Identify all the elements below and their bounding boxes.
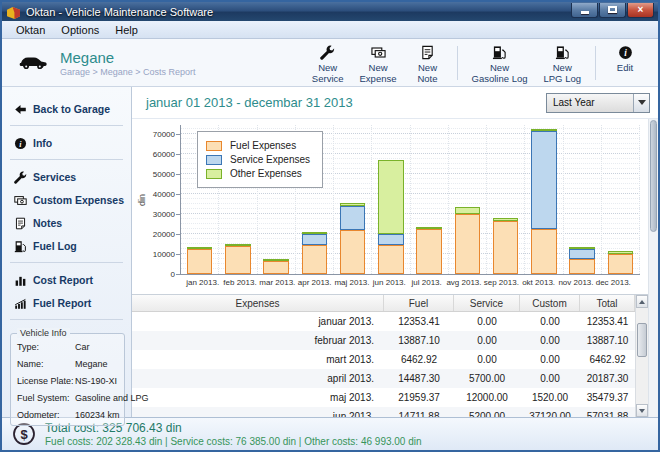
sidebar-item-back-to-garage[interactable]: Back to Garage	[2, 97, 131, 120]
row-month-label: mart 2013.	[132, 354, 384, 365]
toolbar-new-expense-button[interactable]: NewExpense	[352, 44, 405, 86]
column-header-expenses[interactable]: Expenses	[132, 295, 384, 311]
vehicle-info-row: Name:Megane	[17, 355, 118, 372]
cell-value: 20187.30	[580, 373, 635, 384]
stacked-bar-feb-2013[interactable]	[225, 244, 250, 274]
bar-segment-fuel-expenses	[263, 261, 288, 274]
scroll-up-button[interactable]	[636, 295, 648, 308]
sidebar-item-label: Fuel Log	[33, 240, 77, 252]
minimize-button[interactable]	[571, 3, 598, 18]
stacked-bar-avg-2013[interactable]	[455, 207, 480, 274]
menu-help[interactable]: Help	[107, 23, 146, 37]
content-column: din010000200003000040000500006000070000F…	[132, 119, 648, 417]
chart-inner: din010000200003000040000500006000070000F…	[136, 125, 640, 275]
toolbar-new-note-button[interactable]: NewNote	[405, 44, 451, 86]
category-slot	[334, 125, 372, 274]
row-month-label: februar 2013.	[132, 335, 384, 346]
legend-entry: Fuel Expenses	[206, 140, 310, 151]
stacked-bar-apr-2013[interactable]	[302, 232, 327, 274]
stacked-bar-jan-2013[interactable]	[187, 247, 212, 274]
table-row[interactable]: februar 2013.13887.100.000.0013887.10	[132, 331, 635, 350]
x-tick-label: jun 2013.	[371, 278, 408, 287]
stacked-bar-nov-2013[interactable]	[569, 247, 594, 274]
cell-value: 6462.92	[384, 354, 454, 365]
combo-dropdown-button[interactable]	[633, 94, 649, 112]
report-subheader: januar 01 2013 - decembar 31 2013 Last Y…	[132, 87, 658, 119]
category-slot	[372, 125, 410, 274]
main-scrollbar[interactable]	[648, 119, 658, 417]
table-row[interactable]: maj 2013.21959.3712000.001520.0035479.37	[132, 388, 635, 407]
legend-entry: Other Expenses	[206, 168, 310, 179]
main-scrollbar-thumb[interactable]	[650, 120, 657, 232]
period-select[interactable]: Last Year	[546, 93, 650, 113]
legend-label: Service Expenses	[230, 154, 310, 165]
maximize-icon	[608, 6, 617, 13]
vehicle-info-label: License Plate:	[17, 376, 75, 386]
cell-value: 5700.00	[454, 373, 520, 384]
table-row[interactable]: april 2013.14487.305700.000.0020187.30	[132, 369, 635, 388]
scroll-down-button[interactable]	[636, 404, 648, 417]
bar-segment-fuel-expenses	[340, 230, 365, 274]
table-row[interactable]: jun 2013.14711.885200.0037120.0057031.88	[132, 407, 635, 417]
sidebar-separator	[10, 125, 123, 126]
stacked-bar-maj-2013[interactable]	[340, 203, 365, 274]
table-scrollbar[interactable]	[635, 295, 648, 417]
main-lower: din010000200003000040000500006000070000F…	[132, 119, 658, 417]
x-axis-labels: jan 2013.feb 2013.mar 2013.apr 2013.maj …	[184, 278, 632, 287]
legend-swatch	[206, 141, 222, 151]
stacked-bar-mar-2013[interactable]	[263, 259, 288, 274]
menu-oktan[interactable]: Oktan	[8, 23, 53, 37]
bar-segment-fuel-expenses	[225, 246, 250, 274]
sidebar-item-notes[interactable]: Notes	[2, 211, 131, 234]
stacked-bar-jul-2013[interactable]	[416, 227, 441, 274]
y-tick-label: 0	[171, 270, 175, 279]
table-row[interactable]: mart 2013.6462.920.000.006462.92	[132, 350, 635, 369]
column-header-custom[interactable]: Custom	[520, 295, 580, 311]
menu-options[interactable]: Options	[53, 23, 107, 37]
sidebar-nav: Back to GarageiInfoServicesCustom Expens…	[2, 97, 131, 325]
close-button[interactable]: ×	[627, 3, 654, 18]
toolbar-edit-button[interactable]: iEdit	[602, 44, 648, 74]
breadcrumb[interactable]: Garage > Megane > Costs Report	[60, 67, 304, 77]
stacked-bar-dec-2013[interactable]	[608, 251, 633, 274]
sidebar-item-label: Services	[33, 171, 76, 183]
column-header-fuel[interactable]: Fuel	[384, 295, 454, 311]
fuel-pump-icon	[14, 239, 27, 252]
x-tick-label: jan 2013.	[184, 278, 221, 287]
toolbar-button-label: NewService	[312, 62, 344, 85]
sidebar-item-fuel-log[interactable]: Fuel Log	[2, 234, 131, 257]
legend-entry: Service Expenses	[206, 154, 310, 165]
stacked-bar-sep-2013[interactable]	[493, 218, 518, 274]
sidebar-item-services[interactable]: Services	[2, 165, 131, 188]
x-tick-label: nov 2013.	[557, 278, 594, 287]
column-header-total[interactable]: Total	[580, 295, 635, 311]
page-title: Megane	[60, 49, 304, 66]
vehicle-info-value: Megane	[75, 359, 118, 369]
table-row[interactable]: januar 2013.12353.410.000.0012353.41	[132, 312, 635, 331]
toolbar-button-label: Edit	[617, 62, 633, 73]
row-month-label: april 2013.	[132, 373, 384, 384]
sidebar-item-fuel-report[interactable]: Fuel Report	[2, 291, 131, 314]
y-tick-label: 10000	[153, 250, 175, 259]
vehicle-info-rows: Type:CarName:MeganeLicense Plate:NS-190-…	[17, 338, 118, 423]
toolbar-new-gasoline-log-button[interactable]: NewGasoline Log	[464, 44, 536, 86]
scrollbar-thumb[interactable]	[637, 323, 647, 357]
legend-label: Other Expenses	[230, 168, 302, 179]
sidebar-separator	[10, 159, 123, 160]
window-title: Oktan - Vehicle Maintenance Software	[26, 6, 570, 18]
sidebar-item-info[interactable]: iInfo	[2, 131, 131, 154]
expenses-table: ExpensesFuelServiceCustomTotaljanuar 201…	[132, 295, 635, 417]
toolbar-new-service-button[interactable]: NewService	[304, 44, 352, 86]
stacked-bar-okt-2013[interactable]	[531, 129, 556, 274]
cell-value: 13887.10	[384, 335, 454, 346]
cell-value: 0.00	[520, 373, 580, 384]
column-header-service[interactable]: Service	[454, 295, 520, 311]
cell-value: 12353.41	[384, 316, 454, 327]
titlebar[interactable]: Oktan - Vehicle Maintenance Software ×	[2, 2, 658, 21]
stacked-bar-jun-2013[interactable]	[378, 160, 403, 274]
sidebar-item-custom-expenses[interactable]: Custom Expenses	[2, 188, 131, 211]
sidebar-item-cost-report[interactable]: Cost Report	[2, 268, 131, 291]
minimize-icon	[581, 11, 589, 14]
maximize-button[interactable]	[599, 3, 626, 18]
toolbar-new-lpg-log-button[interactable]: NewLPG Log	[536, 44, 590, 86]
